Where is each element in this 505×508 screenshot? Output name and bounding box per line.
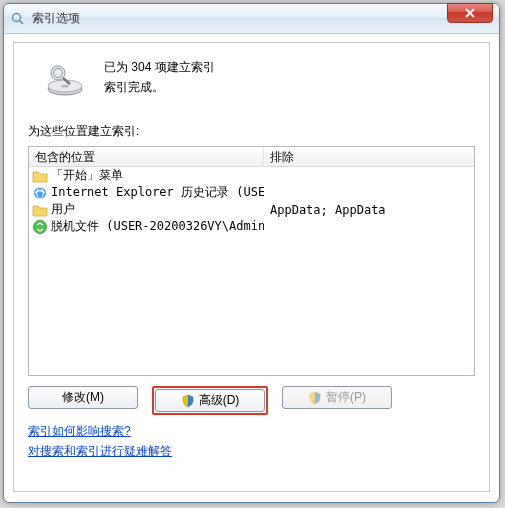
locations-label: 为这些位置建立索引: xyxy=(28,123,475,140)
shield-icon xyxy=(181,394,195,408)
advanced-highlight: 高级(D) xyxy=(152,386,268,415)
button-row: 修改(M) 高级(D) xyxy=(28,386,475,415)
column-excluded[interactable]: 排除 xyxy=(264,147,474,166)
close-button[interactable] xyxy=(447,3,493,23)
window-title: 索引选项 xyxy=(32,10,493,27)
indexing-options-window: 索引选项 已为 304 项建立索引 索引完成。 xyxy=(3,3,500,503)
folder-icon xyxy=(32,168,48,184)
shield-icon xyxy=(308,391,322,405)
svg-line-1 xyxy=(20,20,24,24)
search-icon xyxy=(10,11,26,27)
svg-point-6 xyxy=(61,85,69,88)
help-links: 索引如何影响搜索? 对搜索和索引进行疑难解答 xyxy=(28,421,475,461)
locations-list[interactable]: 包含的位置 排除 「开始」菜单 xyxy=(28,146,475,376)
item-label: 脱机文件 (USER-20200326VY\Admin... xyxy=(51,218,264,235)
advanced-button[interactable]: 高级(D) xyxy=(155,389,265,412)
item-label: 用户 xyxy=(51,201,75,218)
folder-icon xyxy=(32,202,48,218)
offline-files-icon xyxy=(32,219,48,235)
list-item[interactable]: 「开始」菜单 xyxy=(29,167,474,184)
status-text: 已为 304 项建立索引 索引完成。 xyxy=(104,55,215,97)
help-link-troubleshoot[interactable]: 对搜索和索引进行疑难解答 xyxy=(28,441,475,461)
item-label: 「开始」菜单 xyxy=(51,167,123,184)
column-included[interactable]: 包含的位置 xyxy=(29,147,264,166)
help-link-search[interactable]: 索引如何影响搜索? xyxy=(28,421,475,441)
index-disk-icon xyxy=(44,59,86,101)
svg-point-0 xyxy=(13,13,21,21)
item-label: Internet Explorer 历史记录 (USE... xyxy=(51,184,264,201)
index-complete-text: 索引完成。 xyxy=(104,77,215,97)
list-item[interactable]: 用户 AppData; AppData xyxy=(29,201,474,218)
dialog-body: 已为 304 项建立索引 索引完成。 为这些位置建立索引: 包含的位置 排除 「… xyxy=(13,42,490,492)
close-icon xyxy=(465,8,475,18)
list-body: 「开始」菜单 Internet Explorer 历史记录 (USE... xyxy=(29,167,474,375)
titlebar[interactable]: 索引选项 xyxy=(4,4,499,34)
pause-button: 暂停(P) xyxy=(282,386,392,409)
item-exclude: AppData; AppData xyxy=(264,203,474,217)
ie-icon xyxy=(32,185,48,201)
indexed-count-text: 已为 304 项建立索引 xyxy=(104,57,215,77)
modify-button[interactable]: 修改(M) xyxy=(28,386,138,409)
status-row: 已为 304 项建立索引 索引完成。 xyxy=(28,55,475,101)
list-item[interactable]: Internet Explorer 历史记录 (USE... xyxy=(29,184,474,201)
list-header: 包含的位置 排除 xyxy=(29,147,474,167)
list-item[interactable]: 脱机文件 (USER-20200326VY\Admin... xyxy=(29,218,474,235)
